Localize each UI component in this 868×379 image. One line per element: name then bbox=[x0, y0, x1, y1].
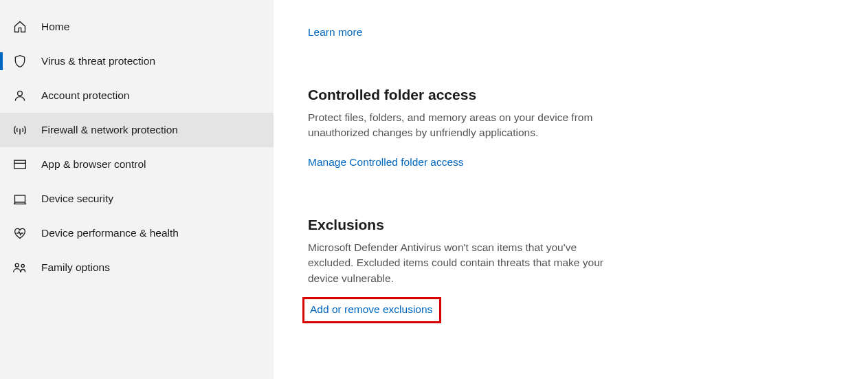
exclusions-heading: Exclusions bbox=[308, 217, 610, 233]
svg-rect-2 bbox=[14, 160, 26, 169]
sidebar-item-label: App & browser control bbox=[41, 158, 146, 171]
controlled-folder-heading: Controlled folder access bbox=[308, 87, 610, 103]
add-remove-exclusions-link[interactable]: Add or remove exclusions bbox=[310, 303, 432, 315]
annotation-highlight: Add or remove exclusions bbox=[302, 297, 441, 323]
sidebar-item-virus-threat[interactable]: Virus & threat protection bbox=[0, 44, 274, 78]
sidebar-item-app-browser[interactable]: App & browser control bbox=[0, 147, 274, 182]
sidebar-item-family[interactable]: Family options bbox=[0, 250, 274, 285]
sidebar-item-label: Virus & threat protection bbox=[41, 55, 155, 67]
sidebar-item-firewall[interactable]: Firewall & network protection bbox=[0, 113, 274, 147]
learn-more-link[interactable]: Learn more bbox=[308, 26, 362, 38]
sidebar-item-label: Firewall & network protection bbox=[41, 124, 178, 136]
manage-controlled-folder-link[interactable]: Manage Controlled folder access bbox=[308, 156, 464, 168]
people-icon bbox=[12, 260, 27, 275]
svg-point-0 bbox=[18, 91, 23, 96]
sidebar-item-label: Family options bbox=[41, 261, 110, 274]
sidebar-item-account[interactable]: Account protection bbox=[0, 78, 274, 113]
sidebar-item-label: Device security bbox=[41, 193, 113, 205]
sidebar-item-home[interactable]: Home bbox=[0, 10, 274, 44]
sidebar-item-device-security[interactable]: Device security bbox=[0, 182, 274, 216]
window-icon bbox=[12, 157, 27, 172]
sidebar-item-label: Device performance & health bbox=[41, 227, 179, 239]
controlled-folder-body: Protect files, folders, and memory areas… bbox=[308, 110, 610, 141]
heart-icon bbox=[12, 226, 27, 241]
sidebar-item-label: Home bbox=[41, 21, 69, 33]
sidebar: Home Virus & threat protection Account p… bbox=[0, 0, 274, 379]
exclusions-body: Microsoft Defender Antivirus won't scan … bbox=[308, 240, 610, 286]
svg-rect-4 bbox=[15, 195, 25, 202]
section-exclusions: Exclusions Microsoft Defender Antivirus … bbox=[308, 217, 610, 323]
main-content: Learn more Controlled folder access Prot… bbox=[274, 0, 868, 379]
chip-icon bbox=[12, 191, 27, 206]
svg-point-9 bbox=[21, 264, 24, 267]
svg-point-8 bbox=[15, 263, 19, 267]
person-icon bbox=[12, 88, 27, 103]
broadcast-icon bbox=[12, 122, 27, 138]
section-controlled-folder: Controlled folder access Protect files, … bbox=[308, 87, 610, 169]
shield-icon bbox=[12, 54, 27, 69]
sidebar-item-label: Account protection bbox=[41, 89, 129, 102]
sidebar-item-performance[interactable]: Device performance & health bbox=[0, 216, 274, 250]
home-icon bbox=[12, 19, 27, 34]
